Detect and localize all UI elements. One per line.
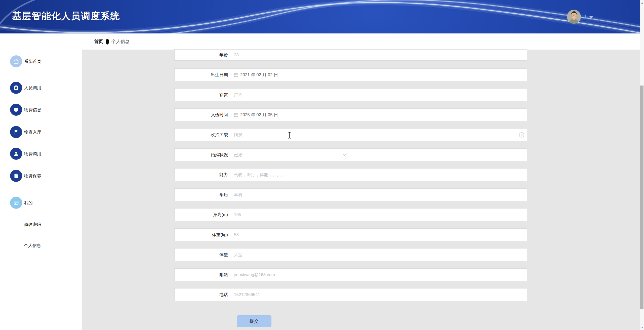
field-label: 婚姻状况 (175, 152, 228, 158)
sidebar-item-system-home[interactable]: 系统首页 (10, 55, 41, 67)
birthdate-picker[interactable]: 2021 年 02 月 02 日 (228, 69, 527, 81)
form-row-weight: 体重(kg) 58 (174, 228, 527, 241)
sidebar-subitem-label: 修改密码 (24, 222, 41, 227)
app-title: 基层智能化人员调度系统 (12, 11, 120, 22)
submit-button[interactable]: 提交 (237, 315, 271, 327)
scrollbar-thumb[interactable] (640, 86, 643, 309)
breadcrumb: 首页 个人信息 (0, 33, 644, 50)
sidebar-item-label: 物资保养 (24, 173, 41, 179)
height-input[interactable]: 165 (228, 209, 527, 221)
sidebar-subitem-personal-info[interactable]: 个人信息 (24, 242, 41, 249)
flag-icon (10, 126, 22, 138)
sidebar-item-label: 物资信息 (24, 107, 41, 113)
sidebar-item-label: 我的 (24, 200, 33, 206)
book-icon (10, 170, 22, 182)
form-row-email: 邮箱 youxiwang@163.com (174, 268, 527, 281)
weight-input[interactable]: 58 (228, 229, 527, 241)
monitor-icon (10, 104, 22, 116)
abilities-input[interactable]: 驾驶，医疗，体能，。。。 (228, 169, 527, 181)
breadcrumb-current: 个人信息 (111, 38, 130, 45)
form-row-phone: 电话 15212366541 (174, 288, 527, 301)
field-label: 能力 (175, 172, 228, 178)
field-label: 政治面貌 (175, 132, 228, 138)
email-input[interactable]: youxiwang@163.com (228, 269, 527, 281)
field-label: 入伍时间 (175, 112, 228, 118)
field-label: 年龄 (175, 52, 228, 58)
sidebar-item-label: 物资入库 (24, 129, 41, 135)
sidebar-item-label: 物资调用 (24, 151, 41, 157)
sidebar-item-material-dispatch[interactable]: 物资调用 (10, 148, 41, 160)
breadcrumb-separator (106, 39, 109, 45)
app-header: 基层智能化人员调度系统 (0, 0, 644, 33)
sidebar-subitem-label: 个人信息 (24, 243, 41, 249)
field-label: 学历 (175, 192, 228, 198)
field-label: 体重(kg) (175, 232, 228, 238)
sidebar-item-material-info[interactable]: 物资信息 (10, 104, 41, 116)
native-place-input[interactable]: 广西 (228, 89, 527, 101)
chevron-down-icon (342, 153, 346, 158)
form-row-age: 年龄 28 (174, 49, 527, 61)
education-input[interactable]: 本科 (228, 189, 527, 201)
field-label: 身高(m) (175, 212, 228, 218)
form-row-enlistment-date: 入伍时间 2025 年 02 月 05 日 (174, 108, 527, 121)
user-menu[interactable]: 1 (567, 10, 593, 24)
sidebar-item-personnel-dispatch[interactable]: 人员调用 (10, 82, 41, 94)
form-row-body-type: 体型 大型 (174, 248, 527, 261)
form-row-marital-status: 婚姻状况 已婚 (174, 148, 527, 161)
sidebar-item-mine[interactable]: 我的 (10, 197, 33, 209)
age-input[interactable]: 28 (228, 50, 527, 60)
phone-input[interactable]: 15212366541 (228, 288, 527, 301)
form-row-birthdate: 出生日期 2021 年 02 月 02 日 (174, 68, 527, 81)
political-status-input[interactable]: 团员 ✕ (228, 129, 527, 141)
home-icon (10, 55, 22, 67)
chevron-down-icon (589, 16, 593, 18)
page: 基层智能化人员调度系统 (0, 0, 644, 330)
card-icon (10, 197, 22, 209)
field-label: 出生日期 (175, 72, 228, 78)
user-icon (10, 148, 22, 160)
avatar[interactable] (567, 10, 581, 24)
field-label: 邮箱 (175, 272, 228, 278)
field-label: 籍贯 (175, 92, 228, 98)
text-cursor (288, 132, 291, 140)
sidebar-item-label: 人员调用 (24, 85, 41, 91)
body-type-input[interactable]: 大型 (228, 249, 527, 261)
scrollbar-down-arrow[interactable]: ▼ (640, 325, 644, 329)
clipboard-icon (10, 82, 22, 94)
breadcrumb-home[interactable]: 首页 (94, 38, 103, 45)
marital-status-select[interactable]: 已婚 (228, 149, 527, 161)
sidebar: 系统首页 人员调用 物资信息 (0, 50, 82, 330)
sidebar-item-label: 系统首页 (24, 59, 41, 64)
form-row-height: 身高(m) 165 (174, 208, 527, 221)
user-badge: 1 (584, 13, 587, 20)
form-row-education: 学历 本科 (174, 188, 527, 201)
form-row-political-status: 政治面貌 团员 ✕ (174, 128, 527, 141)
field-label: 电话 (175, 292, 228, 298)
form-row-abilities: 能力 驾驶，医疗，体能，。。。 (174, 168, 527, 181)
scrollbar-up-arrow[interactable]: ▲ (640, 1, 644, 5)
sidebar-item-material-maintenance[interactable]: 物资保养 (10, 170, 41, 182)
calendar-icon (234, 113, 238, 117)
form-row-native-place: 籍贯 广西 (174, 88, 527, 101)
clear-icon[interactable]: ✕ (519, 132, 524, 138)
sidebar-item-material-inbound[interactable]: 物资入库 (10, 126, 41, 138)
sidebar-subitem-change-password[interactable]: 修改密码 (24, 221, 41, 227)
calendar-icon (234, 73, 238, 77)
field-label: 体型 (175, 252, 228, 258)
enlistment-date-picker[interactable]: 2025 年 02 月 05 日 (228, 109, 527, 121)
